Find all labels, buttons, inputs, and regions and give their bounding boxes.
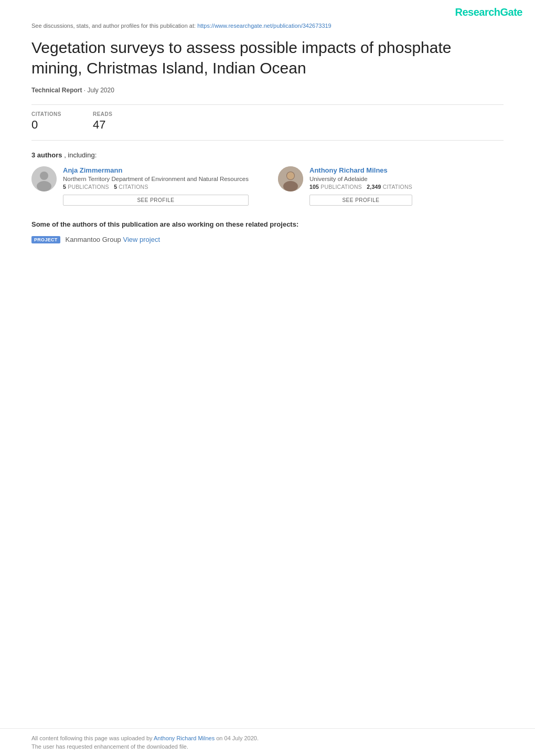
author-affiliation-1: Northern Territory Department of Environ… xyxy=(63,176,249,182)
related-projects-label: Some of the authors of this publication … xyxy=(31,220,504,228)
author-stats-2: 105 PUBLICATIONS 2,349 CITATIONS xyxy=(309,184,412,190)
pub-date: July 2020 xyxy=(87,87,114,94)
author-card-1: Anja Zimmermann Northern Territory Depar… xyxy=(31,166,257,206)
reads-value: 47 xyxy=(93,118,113,132)
project-name-1: Kanmantoo Group View project xyxy=(66,236,160,243)
citations-value: 0 xyxy=(31,118,61,132)
footer-note: The user has requested enhancement of th… xyxy=(31,743,504,750)
footer-uploader-link[interactable]: Anthony Richard Milnes xyxy=(154,735,215,741)
authors-grid: Anja Zimmermann Northern Territory Depar… xyxy=(31,166,504,206)
author-avatar-1 xyxy=(31,166,57,191)
top-link-text: See discussions, stats, and author profi… xyxy=(31,23,196,29)
reads-stat: READS 47 xyxy=(93,111,113,132)
author-info-2: Anthony Richard Milnes University of Ade… xyxy=(309,166,412,206)
svg-point-2 xyxy=(37,181,51,191)
stats-row: CITATIONS 0 READS 47 xyxy=(31,104,504,141)
author-info-1: Anja Zimmermann Northern Territory Depar… xyxy=(63,166,249,206)
author-stats-1: 5 PUBLICATIONS 5 CITATIONS xyxy=(63,184,249,190)
publication-meta: Technical Report · July 2020 xyxy=(31,87,504,94)
authors-count: 3 authors xyxy=(31,151,62,159)
header: ResearchGate xyxy=(0,0,535,23)
top-link-bar: See discussions, stats, and author profi… xyxy=(0,23,535,37)
author-name-2[interactable]: Anthony Richard Milnes xyxy=(309,166,412,174)
see-profile-button-2[interactable]: SEE PROFILE xyxy=(309,195,412,206)
footer-upload-text: All content following this page was uplo… xyxy=(31,735,504,741)
svg-point-1 xyxy=(40,172,48,180)
publication-url[interactable]: https://www.researchgate.net/publication… xyxy=(197,23,331,29)
project-badge-1: Project xyxy=(31,236,60,243)
publication-title: Vegetation surveys to assess possible im… xyxy=(31,37,504,78)
svg-point-5 xyxy=(283,181,298,191)
project-view-link-1[interactable]: View project xyxy=(123,236,160,243)
see-profile-button-1[interactable]: SEE PROFILE xyxy=(63,195,249,206)
author-avatar-2 xyxy=(278,166,303,191)
main-content: Vegetation surveys to assess possible im… xyxy=(0,37,535,243)
citations-label: CITATIONS xyxy=(31,111,61,117)
pub-type: Technical Report xyxy=(31,87,82,94)
author-name-1[interactable]: Anja Zimmermann xyxy=(63,166,249,174)
researchgate-logo: ResearchGate xyxy=(455,6,522,18)
author-affiliation-2: University of Adelaide xyxy=(309,176,412,182)
svg-point-6 xyxy=(287,172,294,179)
page-footer: All content following this page was uplo… xyxy=(0,728,535,756)
author-card-2: Anthony Richard Milnes University of Ade… xyxy=(278,166,504,206)
citations-stat: CITATIONS 0 xyxy=(31,111,61,132)
authors-label: 3 authors , including: xyxy=(31,151,504,159)
authors-label-suffix: , including: xyxy=(64,151,97,159)
reads-label: READS xyxy=(93,111,113,117)
project-item-1: Project Kanmantoo Group View project xyxy=(31,236,504,243)
